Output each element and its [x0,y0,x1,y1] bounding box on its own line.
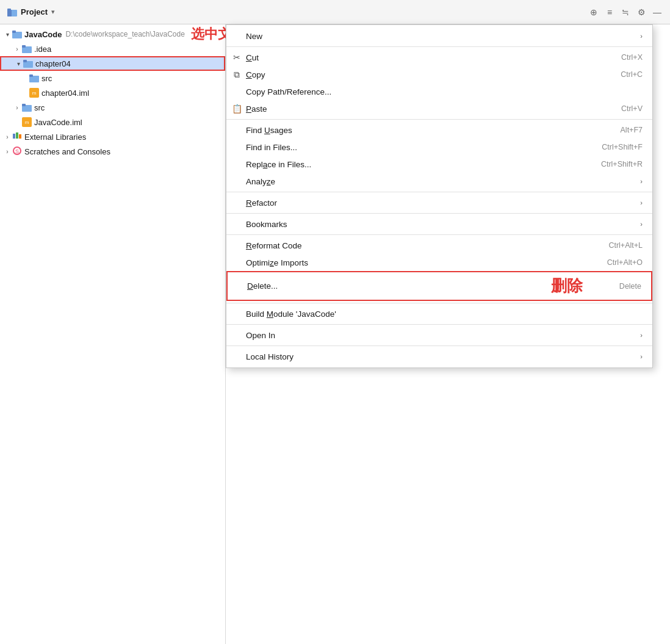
copy-shortcut: Ctrl+C [621,70,643,79]
chapter04-iml-label: chapter04.iml [41,89,89,98]
menu-label-analyze: Analyze [246,177,275,186]
src-child-label: src [41,74,52,83]
src-label: src [34,103,45,112]
menu-arrow-refactor: › [640,199,643,206]
menu-item-optimize[interactable]: Optimize Imports Ctrl+Alt+O [226,254,652,271]
menu-item-delete[interactable]: Delete... 删除 Delete [226,271,652,301]
svg-rect-6 [22,45,26,48]
delete-annotation: 删除 [551,275,583,297]
menu-label-local-history: Local History [246,352,294,361]
menu-arrow-new: › [640,32,643,40]
javacode-iml-label: JavaCode.iml [34,118,82,127]
menu-item-copy-path[interactable]: Copy Path/Reference... [226,83,652,100]
tree-item-javacode-iml[interactable]: m JavaCode.iml [0,115,225,129]
menu-item-find-in-files[interactable]: Find in Files... Ctrl+Shift+F [226,139,652,156]
menu-label-find-usages: Find Usages [246,126,292,135]
project-panel: ▾ JavaCode D:\code\workspace_teach\JavaC… [0,24,226,644]
menu-sep-7 [226,324,652,325]
menu-item-build-module[interactable]: Build Module 'JavaCode' [226,305,652,322]
tree-item-idea[interactable]: › .idea [0,42,225,56]
menu-label-copy: Copy [246,70,265,79]
svg-rect-15 [19,134,21,139]
idea-folder-icon [22,44,32,54]
menu-sep-6 [226,303,652,303]
svg-rect-8 [23,60,27,62]
expand-arrow-idea: › [12,44,22,54]
settings-icon[interactable]: ⚙ [636,7,647,18]
menu-label-replace-in-files: Replace in Files... [246,160,311,169]
menu-item-paste[interactable]: 📋 Paste Ctrl+V [226,100,652,117]
paste-shortcut: Ctrl+V [621,104,643,113]
menu-item-reformat[interactable]: Reformat Code Ctrl+Alt+L [226,237,652,254]
tree-item-src[interactable]: › src [0,100,225,115]
svg-rect-4 [12,31,16,33]
context-menu: New › ✂ Cut Ctrl+X ⧉ Copy Ctrl+C Copy Pa… [226,24,653,368]
menu-label-reformat: Reformat Code [246,241,302,250]
copy-icon: ⧉ [231,69,242,80]
expand-arrow-scratches: › [2,147,12,156]
javacode-path: D:\code\workspace_teach\JavaCode [65,30,184,38]
scratches-label: Scratches and Consoles [24,147,110,156]
menu-label-find-in-files: Find in Files... [246,143,297,152]
menu-item-find-usages[interactable]: Find Usages Alt+F7 [226,121,652,139]
javacode-folder-icon [12,29,22,39]
target-icon[interactable]: ⊕ [588,7,599,18]
chapter04-label: chapter04 [35,59,71,68]
expand-arrow-javacode: ▾ [2,29,12,39]
file-tree: ▾ JavaCode D:\code\workspace_teach\JavaC… [0,24,225,161]
minimize-icon[interactable]: — [652,7,663,18]
menu-item-copy[interactable]: ⧉ Copy Ctrl+C [226,66,652,83]
menu-label-cut: Cut [246,53,259,62]
menu-label-optimize: Optimize Imports [246,258,308,267]
svg-rect-10 [29,74,33,77]
menu-arrow-open-in: › [640,331,643,339]
ext-libs-label: External Libraries [24,132,86,142]
menu-label-new: New [246,32,262,41]
menu-item-analyze[interactable]: Analyze › [226,173,652,190]
menu-label-delete: Delete... [247,281,278,291]
replace-in-files-shortcut: Ctrl+Shift+R [601,160,643,168]
expand-arrow-src: › [12,103,22,112]
menu-item-refactor[interactable]: Refactor › [226,194,652,211]
expand-arrow-ext: › [2,132,12,142]
cut-icon: ✂ [231,52,242,63]
find-in-files-shortcut: Ctrl+Shift+F [602,143,643,151]
menu-arrow-analyze: › [640,178,643,185]
sort2-icon[interactable]: ≒ [620,7,631,18]
menu-label-build-module: Build Module 'JavaCode' [246,309,336,319]
paste-icon: 📋 [231,103,242,114]
menu-sep-3 [226,192,652,192]
svg-rect-12 [22,104,26,106]
project-folder-icon [7,8,17,16]
menu-label-bookmarks: Bookmarks [246,220,287,229]
menu-item-bookmarks[interactable]: Bookmarks › [226,215,652,233]
menu-item-cut[interactable]: ✂ Cut Ctrl+X [226,49,652,66]
svg-rect-13 [13,134,15,139]
tree-item-chapter04-iml[interactable]: m chapter04.iml [0,85,225,100]
javacode-iml-icon: m [22,117,32,127]
menu-arrow-bookmarks: › [640,220,643,228]
tree-item-external-libs[interactable]: › External Libraries [0,129,225,144]
tree-item-javacode[interactable]: ▾ JavaCode D:\code\workspace_teach\JavaC… [0,27,225,42]
sort-icon[interactable]: ≡ [604,7,615,18]
menu-item-replace-in-files[interactable]: Replace in Files... Ctrl+Shift+R [226,156,652,173]
idea-label: .idea [34,45,51,54]
scratches-icon: S [12,146,22,157]
svg-rect-2 [7,9,11,11]
tree-item-src-child[interactable]: src [0,71,225,85]
menu-item-local-history[interactable]: Local History › [226,348,652,365]
project-dropdown-icon[interactable]: ▾ [51,8,55,16]
optimize-shortcut: Ctrl+Alt+O [607,258,643,267]
toolbar: Project ▾ ⊕ ≡ ≒ ⚙ — [0,0,670,24]
tree-item-scratches[interactable]: › S Scratches and Consoles [0,144,225,159]
menu-sep-4 [226,213,652,214]
delete-shortcut: Delete [619,282,641,291]
svg-text:S: S [15,148,19,154]
menu-item-open-in[interactable]: Open In › [226,327,652,344]
menu-arrow-local-history: › [640,353,643,360]
reformat-shortcut: Ctrl+Alt+L [608,241,643,250]
menu-item-new[interactable]: New › [226,27,652,45]
menu-label-copy-path: Copy Path/Reference... [246,87,331,96]
tree-item-chapter04[interactable]: ▾ chapter04 [0,56,225,71]
menu-label-paste: Paste [246,104,267,114]
